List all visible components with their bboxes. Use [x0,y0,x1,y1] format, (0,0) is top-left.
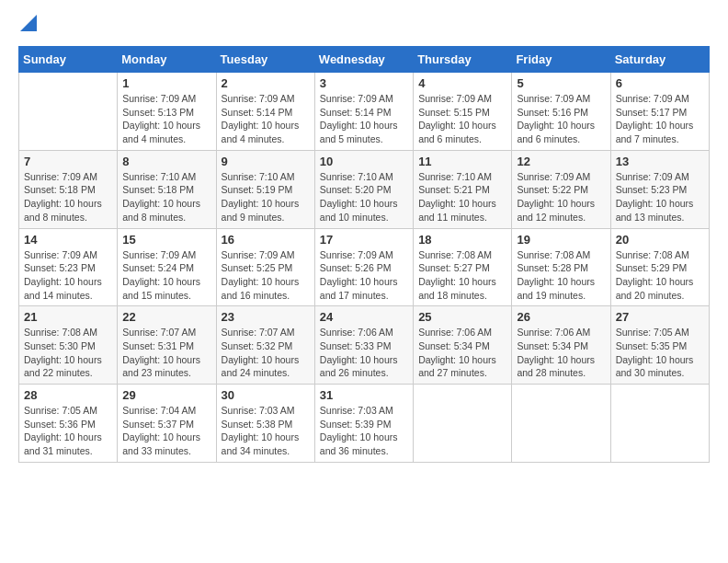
day-number: 13 [616,155,704,168]
day-number: 3 [320,76,408,90]
calendar-week-row: 14Sunrise: 7:09 AMSunset: 5:23 PMDayligh… [19,228,710,306]
calendar-cell: 4Sunrise: 7:09 AMSunset: 5:15 PMDaylight… [414,73,512,151]
day-detail: Sunrise: 7:08 AMSunset: 5:27 PMDaylight:… [418,248,506,303]
calendar-week-row: 21Sunrise: 7:08 AMSunset: 5:30 PMDayligh… [19,306,710,385]
day-detail: Sunrise: 7:10 AMSunset: 5:20 PMDaylight:… [320,170,408,224]
day-number: 14 [24,233,112,247]
day-detail: Sunrise: 7:09 AMSunset: 5:18 PMDaylight:… [24,170,112,224]
calendar-cell: 3Sunrise: 7:09 AMSunset: 5:14 PMDaylight… [314,73,413,151]
calendar-cell [414,385,512,463]
calendar-cell: 28Sunrise: 7:05 AMSunset: 5:36 PMDayligh… [19,385,118,463]
calendar-cell: 25Sunrise: 7:06 AMSunset: 5:34 PMDayligh… [414,306,512,385]
calendar-cell: 14Sunrise: 7:09 AMSunset: 5:23 PMDayligh… [19,228,118,306]
calendar-cell [610,385,709,463]
day-detail: Sunrise: 7:08 AMSunset: 5:30 PMDaylight:… [24,326,112,380]
day-number: 23 [222,310,310,324]
calendar-cell [512,385,610,463]
calendar-cell: 22Sunrise: 7:07 AMSunset: 5:31 PMDayligh… [118,306,216,385]
calendar-week-row: 1Sunrise: 7:09 AMSunset: 5:13 PMDaylight… [19,73,710,151]
day-number: 16 [222,233,310,247]
calendar-cell: 10Sunrise: 7:10 AMSunset: 5:20 PMDayligh… [314,150,413,228]
calendar-cell: 31Sunrise: 7:03 AMSunset: 5:39 PMDayligh… [314,385,413,463]
calendar-header-monday: Monday [118,47,216,73]
day-detail: Sunrise: 7:05 AMSunset: 5:35 PMDaylight:… [616,326,704,380]
day-detail: Sunrise: 7:10 AMSunset: 5:19 PMDaylight:… [222,170,310,224]
day-detail: Sunrise: 7:06 AMSunset: 5:33 PMDaylight:… [320,326,408,380]
day-detail: Sunrise: 7:03 AMSunset: 5:38 PMDaylight:… [222,404,310,458]
day-detail: Sunrise: 7:10 AMSunset: 5:18 PMDaylight:… [122,170,210,224]
day-number: 8 [122,155,210,168]
calendar-cell: 30Sunrise: 7:03 AMSunset: 5:38 PMDayligh… [216,385,314,463]
calendar-cell: 8Sunrise: 7:10 AMSunset: 5:18 PMDaylight… [118,150,216,228]
calendar-week-row: 7Sunrise: 7:09 AMSunset: 5:18 PMDaylight… [19,150,710,228]
day-number: 4 [418,76,506,90]
day-detail: Sunrise: 7:09 AMSunset: 5:14 PMDaylight:… [320,92,408,146]
day-number: 27 [616,310,704,324]
day-number: 26 [517,310,605,324]
day-number: 5 [517,76,605,90]
calendar-body: 1Sunrise: 7:09 AMSunset: 5:13 PMDaylight… [19,73,710,463]
day-number: 18 [418,233,506,247]
calendar-cell: 7Sunrise: 7:09 AMSunset: 5:18 PMDaylight… [19,150,118,228]
calendar-cell: 20Sunrise: 7:08 AMSunset: 5:29 PMDayligh… [610,228,709,306]
day-detail: Sunrise: 7:09 AMSunset: 5:22 PMDaylight:… [517,170,605,224]
day-detail: Sunrise: 7:09 AMSunset: 5:17 PMDaylight:… [616,92,704,146]
day-number: 12 [517,155,605,168]
day-detail: Sunrise: 7:09 AMSunset: 5:23 PMDaylight:… [24,248,112,303]
calendar-cell: 29Sunrise: 7:04 AMSunset: 5:37 PMDayligh… [118,385,216,463]
day-number: 30 [222,388,310,402]
day-number: 6 [616,76,704,90]
calendar-header-saturday: Saturday [610,47,709,73]
calendar-cell: 26Sunrise: 7:06 AMSunset: 5:34 PMDayligh… [512,306,610,385]
day-detail: Sunrise: 7:09 AMSunset: 5:16 PMDaylight:… [517,92,605,146]
day-number: 9 [222,155,310,168]
day-detail: Sunrise: 7:07 AMSunset: 5:31 PMDaylight:… [122,326,210,380]
calendar-cell: 27Sunrise: 7:05 AMSunset: 5:35 PMDayligh… [610,306,709,385]
calendar-cell [19,73,118,151]
day-number: 20 [616,233,704,247]
day-number: 29 [122,388,210,402]
day-number: 21 [24,310,112,324]
day-detail: Sunrise: 7:04 AMSunset: 5:37 PMDaylight:… [122,404,210,458]
calendar-cell: 16Sunrise: 7:09 AMSunset: 5:25 PMDayligh… [216,228,314,306]
calendar-cell: 9Sunrise: 7:10 AMSunset: 5:19 PMDaylight… [216,150,314,228]
calendar-cell: 1Sunrise: 7:09 AMSunset: 5:13 PMDaylight… [118,73,216,151]
calendar-header-tuesday: Tuesday [216,47,314,73]
day-number: 17 [320,233,408,247]
day-number: 22 [122,310,210,324]
day-number: 31 [320,388,408,402]
calendar-header-wednesday: Wednesday [314,47,413,73]
calendar-header-thursday: Thursday [414,47,512,73]
calendar-cell: 5Sunrise: 7:09 AMSunset: 5:16 PMDaylight… [512,73,610,151]
day-detail: Sunrise: 7:09 AMSunset: 5:24 PMDaylight:… [122,248,210,303]
day-detail: Sunrise: 7:08 AMSunset: 5:29 PMDaylight:… [616,248,704,303]
calendar-cell: 12Sunrise: 7:09 AMSunset: 5:22 PMDayligh… [512,150,610,228]
day-number: 25 [418,310,506,324]
day-detail: Sunrise: 7:09 AMSunset: 5:14 PMDaylight:… [222,92,310,146]
calendar-cell: 11Sunrise: 7:10 AMSunset: 5:21 PMDayligh… [414,150,512,228]
day-detail: Sunrise: 7:09 AMSunset: 5:15 PMDaylight:… [418,92,506,146]
calendar-cell: 18Sunrise: 7:08 AMSunset: 5:27 PMDayligh… [414,228,512,306]
logo-icon [20,15,37,31]
day-detail: Sunrise: 7:03 AMSunset: 5:39 PMDaylight:… [320,404,408,458]
day-detail: Sunrise: 7:08 AMSunset: 5:28 PMDaylight:… [517,248,605,303]
day-number: 19 [517,233,605,247]
calendar-cell: 6Sunrise: 7:09 AMSunset: 5:17 PMDaylight… [610,73,709,151]
calendar-cell: 23Sunrise: 7:07 AMSunset: 5:32 PMDayligh… [216,306,314,385]
day-detail: Sunrise: 7:06 AMSunset: 5:34 PMDaylight:… [418,326,506,380]
day-number: 11 [418,155,506,168]
calendar-table: SundayMondayTuesdayWednesdayThursdayFrid… [18,46,710,463]
day-number: 1 [122,76,210,90]
calendar-cell: 24Sunrise: 7:06 AMSunset: 5:33 PMDayligh… [314,306,413,385]
day-detail: Sunrise: 7:10 AMSunset: 5:21 PMDaylight:… [418,170,506,224]
calendar-header-sunday: Sunday [19,47,118,73]
day-number: 10 [320,155,408,168]
day-number: 2 [222,76,310,90]
day-number: 28 [24,388,112,402]
day-detail: Sunrise: 7:09 AMSunset: 5:23 PMDaylight:… [616,170,704,224]
calendar-cell: 15Sunrise: 7:09 AMSunset: 5:24 PMDayligh… [118,228,216,306]
calendar-header-friday: Friday [512,47,610,73]
logo [18,18,37,31]
day-number: 15 [122,233,210,247]
calendar-week-row: 28Sunrise: 7:05 AMSunset: 5:36 PMDayligh… [19,385,710,463]
